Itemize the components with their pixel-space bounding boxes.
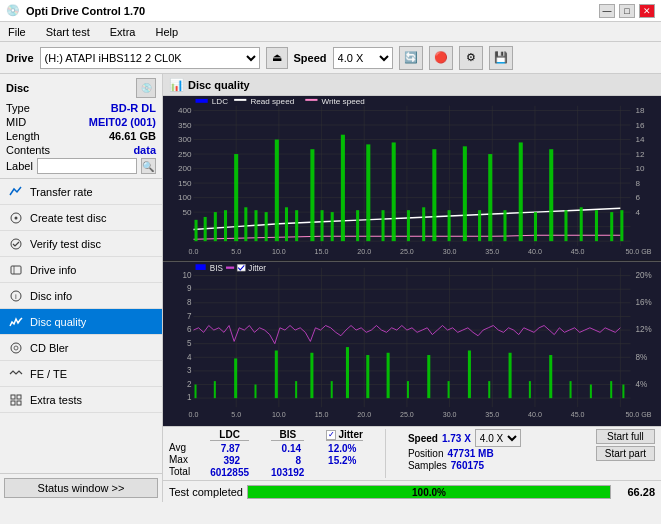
disc-label-input[interactable]: [37, 158, 137, 174]
drive-select[interactable]: (H:) ATAPI iHBS112 2 CL0K: [40, 47, 260, 69]
nav-create-test-disc-label: Create test disc: [30, 212, 106, 224]
stats-avg-jitter: 12.0%: [326, 443, 356, 454]
svg-rect-67: [254, 210, 257, 241]
svg-text:5.0: 5.0: [231, 248, 241, 255]
stats-speed-select[interactable]: 4.0 X: [475, 429, 521, 447]
nav-disc-quality[interactable]: Disc quality: [0, 309, 162, 335]
svg-rect-86: [488, 154, 492, 241]
eject-button[interactable]: ⏏: [266, 47, 288, 69]
nav-create-test-disc[interactable]: Create test disc: [0, 205, 162, 231]
minimize-button[interactable]: —: [599, 4, 615, 18]
stats-avg-ldc: 7.87: [210, 443, 240, 454]
svg-rect-61: [195, 220, 198, 241]
svg-rect-3: [11, 266, 21, 274]
svg-text:30.0: 30.0: [443, 248, 457, 255]
svg-text:12: 12: [636, 150, 645, 159]
menu-help[interactable]: Help: [151, 24, 182, 40]
stats-total-bis: 103192: [271, 467, 304, 478]
svg-rect-102: [163, 262, 661, 427]
svg-rect-143: [295, 381, 297, 398]
svg-rect-156: [549, 355, 552, 398]
svg-rect-72: [310, 149, 314, 241]
menu-start-test[interactable]: Start test: [42, 24, 94, 40]
svg-text:10: 10: [636, 165, 646, 174]
nav-verify-test-disc[interactable]: Verify test disc: [0, 231, 162, 257]
chart-title: Disc quality: [188, 79, 250, 91]
svg-rect-85: [478, 210, 481, 241]
stats-bis-col: BIS 0.14 8 103192: [271, 429, 304, 478]
svg-text:5.0: 5.0: [231, 410, 241, 419]
svg-rect-95: [620, 210, 623, 241]
nav-drive-info[interactable]: Drive info: [0, 257, 162, 283]
svg-text:Jitter: Jitter: [248, 262, 266, 273]
disc-label-browse[interactable]: 🔍: [141, 158, 156, 174]
nav-disc-quality-label: Disc quality: [30, 316, 86, 328]
svg-rect-151: [448, 381, 450, 398]
position-value: 47731 MB: [447, 448, 493, 459]
nav-cd-bler[interactable]: CD Bler: [0, 335, 162, 361]
svg-rect-145: [331, 381, 333, 398]
stats-ldc-col: LDC 7.87 392 6012855: [210, 429, 249, 478]
stats-ldc-header: LDC: [210, 429, 249, 441]
stats-avg-bis: 0.14: [271, 443, 301, 454]
svg-rect-158: [590, 384, 592, 398]
menu-bar: File Start test Extra Help: [0, 22, 661, 42]
charts-area: 400 350 300 250 200 150 100 50 18 16 14 …: [163, 96, 661, 426]
svg-rect-98: [234, 99, 246, 101]
refresh-button[interactable]: 🔄: [399, 46, 423, 70]
svg-text:35.0: 35.0: [485, 410, 499, 419]
disc-type-value: BD-R DL: [111, 102, 156, 114]
speed-label: Speed: [294, 52, 327, 64]
menu-extra[interactable]: Extra: [106, 24, 140, 40]
svg-rect-157: [570, 381, 572, 398]
svg-rect-68: [265, 212, 268, 241]
app-icon: 💿: [6, 4, 20, 17]
svg-text:250: 250: [178, 150, 192, 159]
start-part-button[interactable]: Start part: [596, 446, 655, 461]
burn-button[interactable]: 🔴: [429, 46, 453, 70]
close-button[interactable]: ✕: [639, 4, 655, 18]
svg-text:4: 4: [187, 351, 192, 362]
svg-text:30.0: 30.0: [443, 410, 457, 419]
svg-rect-64: [224, 210, 227, 241]
save-button[interactable]: 💾: [489, 46, 513, 70]
svg-rect-83: [448, 210, 451, 241]
start-full-button[interactable]: Start full: [596, 429, 655, 444]
svg-rect-154: [509, 352, 512, 397]
nav-extra-tests[interactable]: Extra tests: [0, 387, 162, 413]
svg-text:50.0 GB: 50.0 GB: [625, 410, 651, 419]
svg-text:25.0: 25.0: [400, 248, 414, 255]
svg-rect-150: [427, 355, 430, 398]
settings-button[interactable]: ⚙: [459, 46, 483, 70]
status-window-area: Status window >>: [0, 473, 162, 502]
title-bar-left: 💿 Opti Drive Control 1.70: [6, 4, 145, 17]
fe-te-icon: [8, 366, 24, 382]
svg-rect-77: [366, 144, 370, 241]
stats-max-bis: 8: [271, 455, 301, 466]
svg-text:15.0: 15.0: [315, 248, 329, 255]
stats-jitter-header: Jitter: [338, 429, 362, 440]
svg-text:4: 4: [636, 208, 641, 217]
speed-select[interactable]: 4.0 X: [333, 47, 393, 69]
status-window-button[interactable]: Status window >>: [4, 478, 158, 498]
nav-fe-te-label: FE / TE: [30, 368, 67, 380]
disc-length-value: 46.61 GB: [109, 130, 156, 142]
nav-transfer-rate[interactable]: Transfer rate: [0, 179, 162, 205]
nav-fe-te[interactable]: FE / TE: [0, 361, 162, 387]
svg-text:3: 3: [187, 364, 192, 375]
svg-text:15.0: 15.0: [315, 410, 329, 419]
svg-text:35.0: 35.0: [485, 248, 499, 255]
svg-text:5: 5: [187, 337, 192, 348]
disc-contents-label: Contents: [6, 144, 50, 156]
svg-rect-96: [196, 99, 208, 103]
menu-file[interactable]: File: [4, 24, 30, 40]
svg-text:8: 8: [187, 296, 192, 307]
svg-text:45.0: 45.0: [571, 248, 585, 255]
nav-cd-bler-label: CD Bler: [30, 342, 69, 354]
nav-extra-tests-label: Extra tests: [30, 394, 82, 406]
nav-disc-info-label: Disc info: [30, 290, 72, 302]
nav-disc-info[interactable]: i Disc info: [0, 283, 162, 309]
maximize-button[interactable]: □: [619, 4, 635, 18]
title-bar-controls: — □ ✕: [599, 4, 655, 18]
svg-text:12%: 12%: [636, 323, 653, 334]
